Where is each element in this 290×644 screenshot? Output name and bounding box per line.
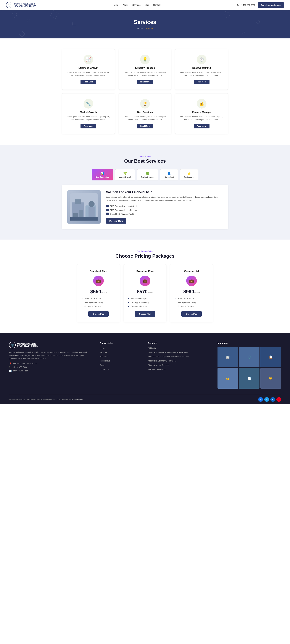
check-text-2: Global SME Finance Facility: [110, 213, 134, 215]
read-more-button-4[interactable]: Read More: [137, 124, 153, 128]
quick-link-anchor-3[interactable]: Testimonials: [100, 360, 110, 362]
footer-quick-links-col: Quick Links HomeServicesAbout UsTestimon…: [100, 342, 142, 389]
service-tab-2[interactable]: 💹Saving Strategy: [137, 169, 158, 180]
card-desc-5: Lorem ipsum dolor sit amet, consect adip…: [180, 115, 224, 121]
feature-1-0: ✓Advanced Analysis: [128, 297, 162, 300]
pinterest-icon[interactable]: P: [276, 397, 281, 402]
feature-text-2-1: Strategy & Marketing: [178, 301, 196, 304]
instagram-thumb-3[interactable]: ✍️: [217, 368, 238, 389]
footer-service-2: Authenticating Company & Business Docume…: [148, 355, 211, 358]
choose-plan-button-0[interactable]: Choose Plan: [88, 311, 109, 316]
quick-link-anchor-0[interactable]: Home: [100, 347, 105, 349]
check-item-0: ✓SME Finance Investment Service: [106, 205, 223, 208]
read-more-button-1[interactable]: Read More: [137, 80, 153, 84]
pricing-title: Choose Pricing Packages: [9, 253, 281, 259]
instagram-thumb-2[interactable]: 📋: [260, 347, 281, 367]
quick-link-2: About Us: [100, 355, 142, 358]
deco-shape-5: [224, 12, 230, 18]
choose-plan-button-1[interactable]: Choose Plan: [135, 311, 155, 316]
deco-shape-3: [50, 10, 59, 19]
nav-links: HomeAboutServicesBlogContact: [113, 4, 161, 6]
quick-link-anchor-5[interactable]: Contact Us: [100, 368, 109, 370]
quick-link-anchor-4[interactable]: Blogs: [100, 364, 104, 366]
footer-grid: ⚖️ TRUSTINK ASSURANCE & NOTARY SOLUTIONS…: [9, 342, 281, 389]
choose-plan-button-2[interactable]: Choose Plan: [181, 311, 202, 316]
nav-link-home[interactable]: Home: [113, 4, 118, 6]
service-tab-4[interactable]: ⭐Best service: [180, 169, 198, 180]
service-tab-1[interactable]: 🌱Market Growth: [115, 169, 135, 180]
service-tab-3[interactable]: 👤Consultant: [160, 169, 178, 180]
pricing-icon-1: 💼: [140, 276, 150, 286]
hero-section: Services Home › Services: [0, 10, 290, 38]
footer-service-anchor-0[interactable]: Affidavits: [148, 347, 156, 349]
check-item-1: ✓SME Finance Advisory Finance: [106, 209, 223, 211]
deco-shape-2: [27, 19, 30, 22]
card-desc-3: Lorem ipsum dolor sit amet, consect adip…: [66, 115, 110, 121]
tab-icon-3: 👤: [167, 172, 171, 175]
svg-rect-2: [75, 200, 81, 204]
location-icon: 📍: [9, 362, 12, 365]
email-icon: ✉️: [9, 370, 12, 372]
card-title-0: Business Growth: [66, 67, 110, 69]
footer-about-text: We're a nationwide network of certified …: [9, 351, 94, 360]
read-more-button-5[interactable]: Read More: [194, 124, 210, 128]
feature-0-2: ✓Corporate Finance: [81, 305, 115, 308]
quick-link-4: Blogs: [100, 364, 142, 366]
instagram-thumb-0[interactable]: 🏢: [217, 347, 238, 367]
discover-more-button[interactable]: Discover More: [106, 218, 126, 224]
office-illustration: [70, 194, 98, 220]
footer-service-anchor-1[interactable]: Documents In Land & Real Estate Transact…: [148, 352, 188, 354]
quick-link-anchor-1[interactable]: Services: [100, 352, 107, 354]
nav-phone: 📞 +1 123-456-7890: [237, 4, 255, 6]
tab-label-2: Saving Strategy: [141, 176, 155, 178]
read-more-button-2[interactable]: Read More: [194, 80, 210, 84]
card-desc-2: Lorem ipsum dolor sit amet, consect adip…: [180, 71, 224, 77]
deco-shape-7: [19, 31, 25, 37]
book-appointment-button[interactable]: Book An Appointment: [258, 2, 284, 8]
card-icon-2: ⏱️: [197, 54, 206, 64]
pricing-check-icon-0-1: ✓: [81, 301, 83, 304]
footer: ⚖️ TRUSTINK ASSURANCE & NOTARY SOLUTIONS…: [0, 333, 290, 404]
quick-link-5: Contact Us: [100, 368, 142, 370]
tab-icon-0: 📊: [101, 172, 104, 175]
service-card-5: 💰 Finance Manage Lorem ipsum dolor sit a…: [175, 93, 228, 134]
footer-copyright: All rights reserved by Trustink Assuranc…: [9, 398, 83, 400]
read-more-button-0[interactable]: Read More: [80, 80, 96, 84]
service-tabs-row: 📊Best Consulting🌱Market Growth💹Saving St…: [9, 169, 281, 180]
footer-phone: 📞 +1 123-456-7890: [9, 366, 94, 368]
footer-service-anchor-4[interactable]: Attorney Notary Services: [148, 364, 169, 366]
quick-link-anchor-2[interactable]: About Us: [100, 356, 107, 358]
feature-text-1-0: Advanced Analysis: [131, 297, 148, 300]
footer-service-anchor-5[interactable]: Attesting Documents: [148, 368, 165, 370]
tab-label-1: Market Growth: [119, 176, 131, 178]
footer-logo: ⚖️ TRUSTINK ASSURANCE & NOTARY SOLUTIONS…: [9, 342, 94, 348]
plan-name-1: Premium Plan: [128, 270, 162, 273]
linkedin-icon[interactable]: in: [270, 397, 275, 402]
service-card-0: 📈 Business Growth Lorem ipsum dolor sit …: [62, 49, 115, 90]
nav-link-blog[interactable]: Blog: [145, 4, 149, 6]
instagram-thumb-5[interactable]: 🤝: [260, 368, 281, 389]
service-tab-0[interactable]: 📊Best Consulting: [92, 169, 113, 180]
footer-quick-links-list: HomeServicesAbout UsTestimonialsBlogsCon…: [100, 347, 142, 370]
service-text-content: Solution For Your Financial help Lorem i…: [106, 190, 223, 224]
nav-link-about[interactable]: About: [123, 4, 128, 6]
nav-link-contact[interactable]: Contact: [153, 4, 161, 6]
card-icon-1: 💡: [140, 54, 150, 64]
read-more-button-3[interactable]: Read More: [80, 124, 96, 128]
instagram-thumb-1[interactable]: ⚖️: [239, 347, 259, 367]
footer-service-anchor-3[interactable]: Affidavits & Statutory Declarations.: [148, 360, 177, 362]
svg-rect-5: [79, 210, 83, 218]
breadcrumb-home[interactable]: Home: [137, 27, 143, 30]
footer-instagram-col: Instagram 🏢⚖️📋✍️📄🤝: [217, 342, 281, 389]
footer-service-0: Affidavits: [148, 347, 211, 350]
facebook-icon[interactable]: f: [258, 397, 263, 402]
instagram-thumb-4[interactable]: 📄: [239, 368, 259, 389]
check-text-0: SME Finance Investment Service: [110, 205, 139, 207]
twitter-icon[interactable]: 𝕏: [264, 397, 269, 402]
plan-features-0: ✓Advanced Analysis✓Strategy & Marketing✓…: [81, 297, 115, 308]
service-content-title: Solution For Your Financial help: [106, 190, 223, 194]
nav-logo: ⚖️ TRUSTINK ASSURANCE & NOTARY SOLUTIONS…: [6, 2, 36, 8]
service-content-box: Solution For Your Financial help Lorem i…: [62, 185, 228, 229]
nav-link-services[interactable]: Services: [132, 4, 141, 6]
footer-service-anchor-2[interactable]: Authenticating Company & Business Docume…: [148, 356, 189, 358]
